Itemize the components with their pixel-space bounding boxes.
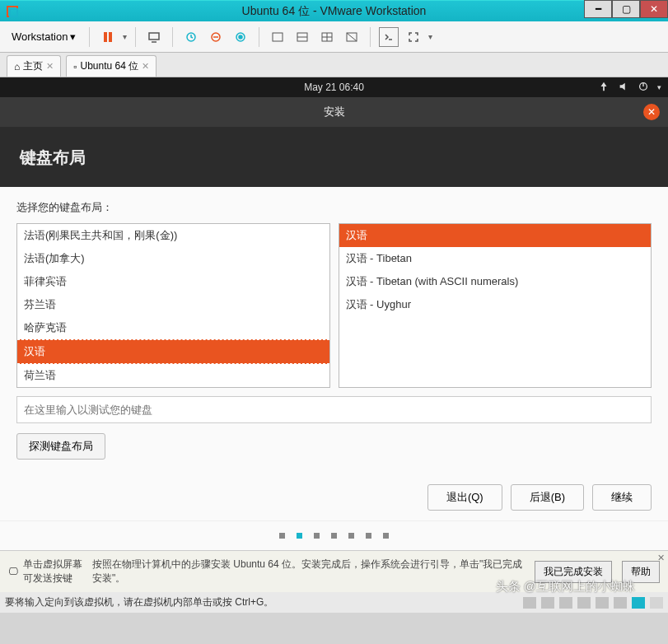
- workstation-menu-label: Workstation: [12, 30, 68, 43]
- layout-list[interactable]: 法语(刚果民主共和国，刚果(金))法语(加拿大)菲律宾语芬兰语哈萨克语汉语荷兰语…: [16, 223, 330, 388]
- hint-close-icon[interactable]: ✕: [657, 553, 665, 563]
- volume-icon[interactable]: [618, 81, 629, 95]
- monitor-icon: 🖵: [8, 566, 18, 577]
- progress-dots: [0, 520, 668, 550]
- chevron-down-icon[interactable]: ▾: [657, 83, 661, 91]
- svg-rect-2: [104, 32, 107, 42]
- snapshot-revert-icon[interactable]: [231, 27, 250, 47]
- snapshot-manager-icon[interactable]: [206, 27, 226, 47]
- workstation-menu[interactable]: Workstation ▾: [7, 28, 81, 45]
- section-title: 键盘布局: [0, 127, 668, 187]
- ubuntu-indicators: ▾: [598, 81, 661, 95]
- view-quad-icon[interactable]: [317, 27, 337, 47]
- separator: [172, 27, 173, 47]
- view-unity-icon[interactable]: [342, 27, 362, 47]
- status-bar: 要将输入定向到该虚拟机，请在虚拟机内部单击或按 Ctrl+G。: [0, 592, 668, 613]
- network-icon[interactable]: [598, 81, 610, 95]
- install-done-button[interactable]: 我已完成安装: [535, 561, 612, 583]
- hint-text: 按照在物理计算机中的步骤安装 Ubuntu 64 位。安装完成后，操作系统会进行…: [92, 558, 525, 586]
- progress-dot: [279, 533, 285, 539]
- home-icon: ⌂: [14, 61, 20, 72]
- layout-item[interactable]: 黑山语: [17, 387, 329, 388]
- close-icon[interactable]: ✕: [142, 61, 149, 72]
- close-icon[interactable]: ✕: [46, 61, 54, 72]
- window-title: Ubuntu 64 位 - VMware Workstation: [0, 4, 668, 19]
- vmware-toolbar: Workstation ▾ ▾ ▾: [0, 21, 668, 53]
- view-single-icon[interactable]: [268, 27, 287, 47]
- layout-item[interactable]: 汉语: [17, 339, 329, 364]
- hint-line1: 单击虚拟屏幕: [23, 558, 82, 572]
- vm-hint-bar: ✕ 🖵 单击虚拟屏幕 可发送按键 按照在物理计算机中的步骤安装 Ubuntu 6…: [0, 550, 668, 592]
- status-device-icons: [523, 597, 663, 609]
- tab-vm[interactable]: ▫ Ubuntu 64 位 ✕: [66, 55, 156, 77]
- fullscreen-icon[interactable]: [404, 27, 423, 47]
- device-icon[interactable]: [541, 597, 554, 609]
- progress-dot: [348, 533, 354, 539]
- progress-dot: [314, 533, 320, 539]
- separator: [135, 27, 136, 47]
- separator: [259, 27, 259, 47]
- layout-item[interactable]: 菲律宾语: [17, 270, 329, 293]
- help-button[interactable]: 帮助: [622, 561, 660, 583]
- send-icon[interactable]: [144, 27, 164, 47]
- tab-label: Ubuntu 64 位: [81, 59, 139, 73]
- console-icon[interactable]: [379, 27, 399, 47]
- layout-item[interactable]: 芬兰语: [17, 293, 329, 316]
- quit-button[interactable]: 退出(Q): [427, 484, 502, 511]
- vm-icon: ▫: [73, 61, 77, 72]
- back-button[interactable]: 后退(B): [511, 484, 584, 511]
- installer-title: 安装: [324, 105, 345, 119]
- status-text: 要将输入定向到该虚拟机，请在虚拟机内部单击或按 Ctrl+G。: [5, 595, 273, 609]
- continue-button[interactable]: 继续: [592, 484, 652, 511]
- hint-line2: 可发送按键: [23, 572, 82, 586]
- device-icon[interactable]: [596, 597, 609, 609]
- variant-list[interactable]: 汉语汉语 - Tibetan汉语 - Tibetan (with ASCII n…: [339, 223, 652, 388]
- device-icon[interactable]: [577, 597, 591, 609]
- variant-item[interactable]: 汉语 - Tibetan (with ASCII numerals): [339, 270, 652, 293]
- separator: [89, 27, 90, 47]
- layout-item[interactable]: 哈萨克语: [17, 316, 329, 339]
- separator: [370, 27, 371, 47]
- tab-label: 主页: [23, 59, 43, 73]
- device-icon[interactable]: [523, 597, 536, 609]
- view-split-icon[interactable]: [292, 27, 312, 47]
- installer-close-button[interactable]: ✕: [643, 104, 660, 120]
- device-icon[interactable]: [650, 597, 663, 609]
- progress-dot: [366, 533, 371, 539]
- variant-item[interactable]: 汉语 - Uyghur: [339, 293, 652, 316]
- keyboard-test-input[interactable]: [16, 396, 652, 423]
- device-icon[interactable]: [559, 597, 572, 609]
- snapshot-icon[interactable]: [181, 27, 201, 47]
- chevron-down-icon[interactable]: ▾: [123, 32, 127, 41]
- installer-body: 选择您的键盘布局： 法语(刚果民主共和国，刚果(金))法语(加拿大)菲律宾语芬兰…: [0, 187, 668, 520]
- vmware-titlebar: Ubuntu 64 位 - VMware Workstation ━ ▢ ✕: [0, 0, 668, 21]
- device-icon[interactable]: [632, 597, 645, 609]
- device-icon[interactable]: [614, 597, 627, 609]
- detect-layout-button[interactable]: 探测键盘布局: [16, 433, 105, 460]
- layout-item[interactable]: 法语(刚果民主共和国，刚果(金)): [17, 224, 329, 247]
- variant-header[interactable]: 汉语: [339, 224, 652, 247]
- progress-dot: [383, 533, 389, 539]
- svg-rect-4: [149, 33, 159, 40]
- installer-header: 安装 ✕: [0, 97, 668, 127]
- progress-dot: [331, 533, 337, 539]
- chevron-down-icon: ▾: [70, 30, 76, 43]
- tab-bar: ⌂ 主页 ✕ ▫ Ubuntu 64 位 ✕: [0, 53, 668, 77]
- keyboard-prompt: 选择您的键盘布局：: [16, 200, 652, 215]
- svg-point-8: [239, 35, 242, 39]
- ubuntu-top-bar: May 21 06:40 ▾: [0, 77, 668, 97]
- pause-icon[interactable]: [98, 27, 118, 47]
- power-icon[interactable]: [638, 81, 649, 95]
- svg-line-16: [347, 33, 357, 41]
- tab-home[interactable]: ⌂ 主页 ✕: [7, 55, 61, 77]
- layout-item[interactable]: 法语(加拿大): [17, 247, 329, 270]
- variant-item[interactable]: 汉语 - Tibetan: [339, 247, 652, 270]
- hint-left: 🖵 单击虚拟屏幕 可发送按键: [8, 558, 82, 586]
- svg-rect-3: [109, 32, 112, 42]
- chevron-down-icon[interactable]: ▾: [428, 32, 432, 41]
- ubuntu-datetime[interactable]: May 21 06:40: [304, 82, 364, 93]
- progress-dot: [297, 533, 302, 539]
- layout-item[interactable]: 荷兰语: [17, 364, 329, 387]
- svg-rect-9: [273, 33, 283, 41]
